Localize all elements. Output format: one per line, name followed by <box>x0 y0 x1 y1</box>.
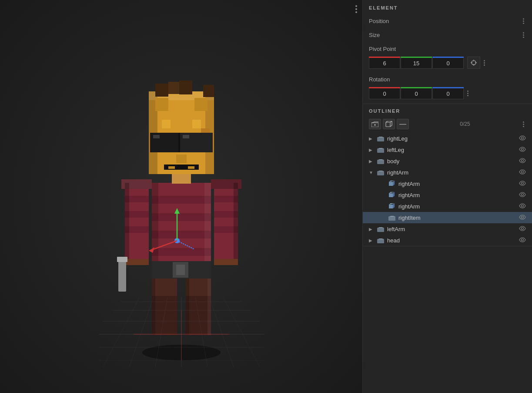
svg-marker-61 <box>174 208 180 214</box>
item-label-rightarm-child1: rightArm <box>398 181 519 187</box>
svg-rect-97 <box>377 171 384 175</box>
folder-icon-body <box>377 158 385 164</box>
outliner-item-rightleg[interactable]: ▶ rightLeg <box>363 133 532 144</box>
expand-arrow-body[interactable]: ▶ <box>369 159 375 164</box>
position-label: Position <box>369 18 404 24</box>
outliner-item-leftarm[interactable]: ▶ leftArm <box>363 223 532 235</box>
outliner-count: 0/25 <box>460 121 470 127</box>
svg-line-62 <box>153 241 177 249</box>
eye-icon-leftleg[interactable] <box>519 146 526 153</box>
outliner-item-head[interactable]: ▶ head <box>363 235 532 246</box>
pivot-crosshair-button[interactable] <box>467 57 480 69</box>
folder-icon-rightitem <box>388 215 396 221</box>
svg-rect-45 <box>192 120 201 128</box>
item-label-body: body <box>387 158 519 165</box>
svg-line-74 <box>129 297 154 367</box>
cube-icon-1 <box>388 181 396 187</box>
eye-icon-body[interactable] <box>519 158 526 165</box>
outliner-section: OUTLINER <box>363 104 532 246</box>
pivot-menu-button[interactable] <box>482 60 487 66</box>
outliner-item-leftleg[interactable]: ▶ leftLeg <box>363 144 532 155</box>
add-group-button[interactable] <box>369 119 381 129</box>
svg-rect-57 <box>168 166 175 169</box>
svg-rect-49 <box>168 82 179 94</box>
outliner-item-rightarm-child3[interactable]: ▶ rightArm <box>363 201 532 212</box>
svg-point-98 <box>522 171 524 173</box>
rotation-x-input[interactable] <box>369 87 400 99</box>
expand-arrow-leftleg[interactable]: ▶ <box>369 148 375 152</box>
folder-icon-rightarm <box>377 169 385 175</box>
rotation-z-input[interactable] <box>432 87 464 99</box>
item-label-leftleg: leftLeg <box>387 147 519 153</box>
outliner-item-body[interactable]: ▶ body <box>363 155 532 167</box>
svg-rect-46 <box>155 84 168 97</box>
outliner-item-rightarm-child1[interactable]: ▶ rightArm <box>363 178 532 189</box>
folder-icon-rightleg <box>377 135 385 141</box>
rotation-y-input[interactable] <box>401 87 432 99</box>
rotation-label: Rotation <box>369 76 404 83</box>
outliner-item-rightitem[interactable]: ▶ rightItem <box>363 212 532 223</box>
element-header: ELEMENT <box>363 0 532 14</box>
svg-rect-47 <box>179 81 192 94</box>
rotation-menu-button[interactable] <box>465 91 470 96</box>
expand-arrow-rightarm[interactable]: ▼ <box>369 170 375 175</box>
pivot-x-input[interactable] <box>369 57 400 69</box>
svg-rect-55 <box>176 155 187 163</box>
svg-rect-103 <box>389 205 393 208</box>
cube-icon-3 <box>388 203 396 209</box>
svg-rect-88 <box>386 122 390 127</box>
grid-floor <box>99 297 264 367</box>
eye-icon-rightitem[interactable] <box>519 214 526 221</box>
svg-point-110 <box>522 239 524 241</box>
viewport[interactable] <box>0 0 362 393</box>
svg-rect-91 <box>377 137 384 141</box>
element-section: ELEMENT Position Size Pivot Point <box>363 0 532 104</box>
svg-rect-54 <box>183 135 189 138</box>
position-menu-button[interactable] <box>521 18 526 24</box>
item-label-leftarm: leftArm <box>387 226 519 232</box>
svg-rect-9 <box>152 196 211 204</box>
eye-icon-rightarm[interactable] <box>519 169 526 176</box>
element-title: ELEMENT <box>369 5 398 10</box>
rotation-inputs <box>369 87 464 99</box>
expand-arrow-leftarm[interactable]: ▶ <box>369 227 375 232</box>
svg-point-106 <box>522 216 524 218</box>
pivot-z-input[interactable] <box>432 57 464 69</box>
size-menu-button[interactable] <box>521 32 526 38</box>
eye-icon-head[interactable] <box>519 237 526 244</box>
svg-line-75 <box>209 297 234 367</box>
eye-icon-rightleg[interactable] <box>519 135 526 142</box>
outliner-menu-button[interactable] <box>521 121 526 127</box>
svg-point-100 <box>522 182 524 185</box>
svg-rect-6 <box>152 279 177 296</box>
svg-marker-63 <box>149 247 154 253</box>
expand-arrow-head[interactable]: ▶ <box>369 238 375 243</box>
item-label-rightleg: rightLeg <box>387 135 519 142</box>
outliner-toolbar: — 0/25 <box>363 117 532 133</box>
eye-icon-rightarm-child3[interactable] <box>519 203 526 210</box>
folder-icon-leftleg <box>377 147 385 153</box>
svg-rect-109 <box>377 239 384 243</box>
add-cube-button[interactable] <box>383 119 395 129</box>
expand-arrow-rightleg[interactable]: ▶ <box>369 136 375 141</box>
position-row: Position <box>363 14 532 28</box>
outliner-item-rightarm[interactable]: ▼ rightArm <box>363 167 532 178</box>
svg-rect-101 <box>389 193 393 197</box>
eye-icon-leftarm[interactable] <box>519 225 526 232</box>
eye-icon-rightarm-child2[interactable] <box>519 191 526 198</box>
pivot-y-input[interactable] <box>401 57 432 69</box>
pivot-label: Pivot Point <box>369 46 404 52</box>
remove-button[interactable]: — <box>397 119 409 129</box>
pivot-inputs <box>369 57 464 69</box>
outliner-item-rightarm-child2[interactable]: ▶ rightArm <box>363 189 532 201</box>
pivot-row: Pivot Point <box>363 42 532 56</box>
svg-rect-27 <box>117 257 127 262</box>
right-panel: ELEMENT Position Size Pivot Point <box>362 0 532 393</box>
folder-icon-leftarm <box>377 226 385 232</box>
eye-icon-rightarm-child1[interactable] <box>519 180 526 187</box>
svg-rect-58 <box>188 166 194 169</box>
svg-point-94 <box>522 148 524 151</box>
viewport-menu-button[interactable] <box>355 5 357 13</box>
svg-rect-93 <box>377 148 384 153</box>
svg-point-104 <box>522 205 524 207</box>
